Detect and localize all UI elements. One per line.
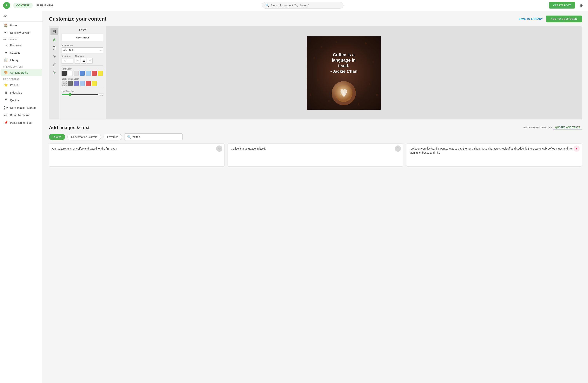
quote-cards-row: ♡ Our culture runs on coffee and gasolin…	[49, 143, 582, 167]
line-spacing-row: 1.0	[62, 93, 103, 97]
bg-color-swatch-transparent[interactable]: ···	[62, 81, 67, 86]
sidebar-item-quotes[interactable]: ❝ Quotes	[1, 97, 42, 104]
divider-1	[62, 65, 103, 66]
nav-tab-content[interactable]: CONTENT	[13, 3, 33, 8]
sidebar-item-favorites[interactable]: ♡ Favorites	[1, 42, 42, 49]
industries-icon: ▦	[4, 91, 8, 94]
search-icon: 🔍	[265, 3, 269, 7]
color-swatch-red[interactable]	[92, 71, 97, 76]
sidebar-item-home[interactable]: 🏠 Home	[1, 22, 42, 29]
line-spacing-value: 1.0	[100, 94, 103, 96]
sidebar-item-recently-viewed[interactable]: 👁 Recently Viewed	[1, 29, 42, 36]
content-search-box[interactable]: 🔍 coffee	[124, 133, 183, 140]
editor-toolbar: A	[49, 26, 59, 119]
add-to-composer-button[interactable]: ADD TO COMPOSER	[546, 16, 582, 22]
text-options-panel: TEXT NEW TEXT Font Family Aleo Bold ▾ Fo…	[59, 26, 106, 119]
svg-point-7	[53, 65, 54, 66]
chevron-down-icon: ▾	[100, 49, 102, 52]
color-tool-button[interactable]	[50, 69, 58, 76]
heart-icon: ♡	[4, 43, 8, 47]
sidebar-top: ≪	[0, 11, 42, 21]
color-swatch-white[interactable]	[68, 71, 73, 76]
tag-icon: 🏷	[4, 113, 8, 117]
filter-conversation-button[interactable]: Conversation Starters	[67, 134, 101, 140]
align-center-button[interactable]: ☰	[81, 58, 86, 64]
filter-favorites-button[interactable]: Favorites	[104, 134, 122, 140]
font-family-label: Font Family	[62, 44, 103, 47]
bg-color-swatch-sky[interactable]	[80, 81, 85, 86]
sidebar-item-streams[interactable]: ≡ Streams	[1, 49, 42, 56]
alignment-label: Alignment	[75, 55, 93, 57]
search-input[interactable]	[271, 4, 340, 7]
alignment-buttons: ≡ ☰ ≡	[75, 58, 93, 64]
divider-2	[62, 88, 103, 88]
bg-color-swatch-lime[interactable]	[92, 81, 97, 86]
bg-color-swatches: ···	[62, 81, 103, 86]
app-logo[interactable]: P	[3, 2, 10, 9]
text-tool-button[interactable]: A	[50, 36, 58, 43]
new-text-button[interactable]: NEW TEXT	[62, 34, 103, 41]
svg-point-11	[342, 92, 345, 97]
settings-icon[interactable]: ⚙	[578, 2, 585, 9]
bookmark-tool-button[interactable]	[50, 44, 58, 52]
nav-tab-publishing[interactable]: PUBLISHING	[33, 3, 56, 8]
sidebar-item-popular[interactable]: ⭐ Popular	[1, 81, 42, 88]
section-label-my-content: MY CONTENT	[0, 37, 42, 41]
move-tool-button[interactable]	[50, 28, 58, 35]
content-search-input[interactable]: coffee	[133, 135, 180, 138]
color-swatch-dark[interactable]	[62, 71, 67, 76]
sidebar-item-conversation-starters[interactable]: 💬 Conversation Starters	[1, 104, 42, 111]
pin-icon: 📌	[4, 121, 8, 125]
quotes-icon: ❝	[4, 98, 8, 102]
size-align-row: Font Size Alignment ≡ ☰ ≡	[62, 55, 103, 64]
heart-button-1[interactable]: ♡	[216, 146, 222, 152]
save-to-library-button[interactable]: SAVE TO LIBRARY	[519, 18, 543, 21]
line-spacing-slider[interactable]	[62, 93, 99, 96]
sidebar-item-content-studio[interactable]: 🎨 Content Studio	[1, 69, 42, 76]
streams-icon: ≡	[4, 51, 8, 54]
sidebar-item-library[interactable]: 📋 Library	[1, 57, 42, 64]
quote-card-2: ♡ Coffee is a language in itself.	[228, 143, 403, 167]
font-family-select[interactable]: Aleo Bold ▾	[62, 47, 103, 53]
quote-card-1: ♡ Our culture runs on coffee and gasolin…	[49, 143, 225, 167]
add-images-section: Add images & text BACKGROUND IMAGES QUOT…	[49, 125, 582, 167]
page-title: Customize your content	[49, 16, 106, 22]
bg-color-swatch-gray[interactable]	[68, 81, 73, 86]
section-label-create-content: CREATE CONTENT	[0, 64, 42, 69]
filter-quotes-button[interactable]: Quotes	[49, 134, 65, 140]
bg-color-swatch-coral[interactable]	[86, 81, 91, 86]
customize-header: Customize your content SAVE TO LIBRARY A…	[49, 16, 582, 22]
paint-icon: 🎨	[4, 71, 8, 74]
library-icon: 📋	[4, 58, 8, 62]
star-icon: ⭐	[4, 83, 8, 87]
shape-tool-button[interactable]	[50, 52, 58, 60]
nav-tabs: CONTENT PUBLISHING	[13, 3, 56, 8]
sidebar-item-industries[interactable]: ▦ Industries	[1, 89, 42, 96]
sidebar-collapse-button[interactable]: ≪	[1, 13, 8, 19]
eye-icon: 👁	[4, 31, 8, 35]
color-swatch-blue[interactable]	[80, 71, 85, 76]
heart-button-2[interactable]: ♡	[395, 146, 401, 152]
sidebar-item-post-planner-blog[interactable]: 📌 Post Planner blog	[1, 119, 42, 126]
global-search[interactable]: 🔍	[262, 2, 343, 9]
heart-button-3[interactable]: ♥	[573, 146, 580, 152]
color-swatch-lightgray[interactable]	[74, 71, 79, 76]
section-label-find-content: FIND CONTENT	[0, 76, 42, 81]
create-post-button[interactable]: CREATE POST	[549, 2, 575, 9]
coffee-quote-text: Coffee is a language in itself. ~Jackie …	[327, 49, 360, 77]
editor-panel: A	[49, 26, 582, 119]
bg-color-swatch-purple[interactable]	[74, 81, 79, 86]
tab-quotes-texts[interactable]: QUOTES AND TEXTS	[553, 125, 582, 130]
font-size-input[interactable]	[62, 58, 73, 64]
color-swatch-lightblue[interactable]	[86, 71, 91, 76]
tab-background-images[interactable]: BACKGROUND IMAGES	[522, 125, 553, 130]
align-left-button[interactable]: ≡	[75, 58, 80, 64]
svg-text:P: P	[6, 4, 7, 7]
panel-title: TEXT	[62, 29, 103, 32]
sidebar-item-brand-mentions[interactable]: 🏷 Brand Mentions	[1, 112, 42, 119]
svg-point-6	[54, 56, 55, 57]
brush-tool-button[interactable]	[50, 61, 58, 68]
filter-row: Quotes Conversation Starters Favorites 🔍…	[49, 133, 582, 140]
color-swatch-yellow[interactable]	[98, 71, 103, 76]
align-right-button[interactable]: ≡	[87, 58, 93, 64]
